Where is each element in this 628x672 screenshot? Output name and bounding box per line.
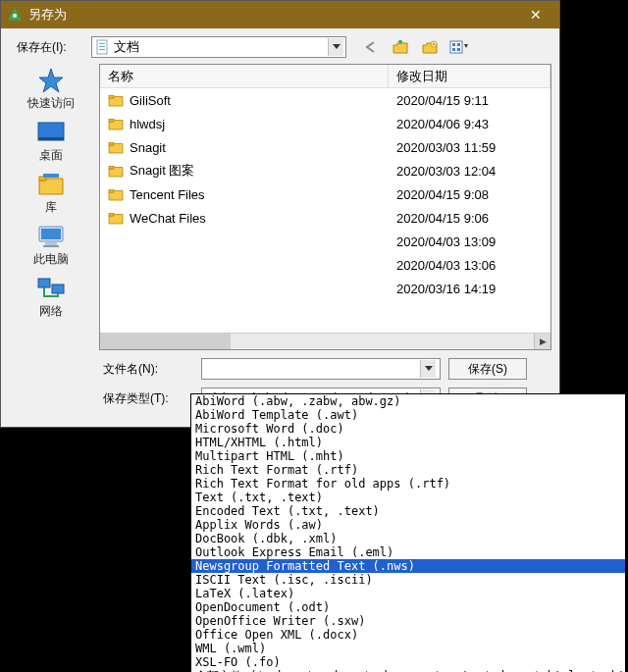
file-date: 2020/04/15 9:11 xyxy=(389,93,550,108)
scroll-thumb[interactable] xyxy=(100,334,231,349)
file-list-pane[interactable]: 名称 修改日期 GiliSoft2020/04/15 9:11hlwdsj202… xyxy=(99,64,551,350)
filetype-option[interactable]: OpenDocument (.odt) xyxy=(191,600,625,614)
folder-icon xyxy=(108,188,124,201)
savein-combo[interactable]: 文档 xyxy=(91,36,346,58)
scroll-right-arrow[interactable]: ▶ xyxy=(534,334,550,349)
filetype-option[interactable]: Rich Text Format (.rtf) xyxy=(191,463,625,477)
filetype-option[interactable]: Rich Text Format for old apps (.rtf) xyxy=(191,477,625,491)
network-icon xyxy=(33,274,69,303)
svg-rect-19 xyxy=(38,279,50,287)
filetype-option[interactable]: HTML/XHTML (.html) xyxy=(191,436,625,449)
svg-rect-8 xyxy=(457,43,460,46)
libraries-icon xyxy=(33,170,69,199)
filetype-option[interactable]: AbiWord Template (.awt) xyxy=(191,408,625,422)
save-as-dialog: 另存为 ✕ 保存在(I): 文档 xyxy=(0,0,560,428)
file-name: Tencent Files xyxy=(130,187,205,202)
svg-rect-18 xyxy=(43,245,59,247)
svg-rect-25 xyxy=(109,189,114,192)
back-button[interactable] xyxy=(360,37,382,57)
table-row[interactable]: 2020/04/03 13:06 xyxy=(100,253,550,277)
table-row[interactable]: hlwdsj2020/04/06 9:43 xyxy=(100,112,550,135)
savein-drop-icon[interactable] xyxy=(328,38,343,56)
svg-rect-23 xyxy=(109,142,114,145)
filetype-option[interactable]: Text (.txt, .text) xyxy=(191,491,625,504)
app-icon xyxy=(7,7,23,23)
place-desktop[interactable]: 桌面 xyxy=(17,118,85,164)
file-date: 2020/03/03 11:59 xyxy=(389,140,550,155)
svg-rect-26 xyxy=(109,213,114,216)
close-button[interactable]: ✕ xyxy=(518,4,553,26)
file-date: 2020/03/03 12:04 xyxy=(389,164,550,179)
svg-rect-3 xyxy=(99,46,105,47)
svg-rect-16 xyxy=(41,229,61,239)
file-date: 2020/04/15 9:08 xyxy=(389,187,550,202)
table-row[interactable]: Snagit2020/03/03 11:59 xyxy=(100,135,550,159)
window-title: 另存为 xyxy=(28,6,518,24)
places-bar: 快速访问 桌面 库 此电脑 网络 xyxy=(9,64,93,350)
column-date[interactable]: 修改日期 xyxy=(389,65,550,87)
file-date: 2020/04/03 13:09 xyxy=(389,234,550,249)
filetype-option[interactable]: Newsgroup Formatted Text (.nws) xyxy=(191,559,625,573)
filetype-option[interactable]: LaTeX (.latex) xyxy=(191,587,625,600)
svg-rect-2 xyxy=(99,43,105,44)
filename-drop-icon[interactable] xyxy=(420,360,436,378)
table-row[interactable]: WeChat Files2020/04/15 9:06 xyxy=(100,206,550,230)
filetype-option[interactable]: OpenOffice Writer (.sxw) xyxy=(191,614,625,628)
place-libraries[interactable]: 库 xyxy=(17,170,85,216)
filetype-option[interactable]: DocBook (.dbk, .xml) xyxy=(191,532,625,545)
filetype-option[interactable]: Encoded Text (.txt, .text) xyxy=(191,504,625,518)
column-name[interactable]: 名称 xyxy=(100,65,389,87)
svg-rect-4 xyxy=(99,49,105,50)
close-icon: ✕ xyxy=(530,7,542,23)
filename-combo[interactable] xyxy=(201,358,441,380)
svg-rect-10 xyxy=(457,48,460,51)
svg-rect-7 xyxy=(452,43,455,46)
file-date: 2020/03/16 14:19 xyxy=(389,282,550,296)
svg-rect-22 xyxy=(109,119,114,122)
column-headers[interactable]: 名称 修改日期 xyxy=(100,65,550,88)
svg-rect-12 xyxy=(38,137,64,140)
svg-rect-6 xyxy=(450,41,462,53)
table-row[interactable]: Snagit 图案2020/03/03 12:04 xyxy=(100,159,550,182)
quick-access-icon xyxy=(33,66,69,95)
file-name: Snagit 图案 xyxy=(130,162,194,180)
this-pc-icon xyxy=(33,222,69,251)
horizontal-scrollbar[interactable]: ▶ xyxy=(100,333,550,349)
table-row[interactable]: Tencent Files2020/04/15 9:08 xyxy=(100,182,550,206)
filetype-option[interactable]: ISCII Text (.isc, .iscii) xyxy=(191,573,625,587)
filetype-option[interactable]: XSL-FO (.fo) xyxy=(191,655,625,669)
place-label: 桌面 xyxy=(39,147,63,164)
file-date: 2020/04/06 9:43 xyxy=(389,117,550,131)
view-menu-button[interactable] xyxy=(448,37,470,57)
file-name: WeChat Files xyxy=(130,211,206,226)
documents-icon xyxy=(94,39,110,55)
filetype-option[interactable]: WML (.wml) xyxy=(191,642,625,655)
new-folder-button[interactable] xyxy=(419,37,441,57)
filetype-option[interactable]: AbiWord (.abw, .zabw, abw.gz) xyxy=(191,394,625,408)
filename-label: 文件名(N): xyxy=(103,361,193,378)
filetype-option[interactable]: Applix Words (.aw) xyxy=(191,518,625,532)
place-this-pc[interactable]: 此电脑 xyxy=(17,222,85,268)
filetype-option[interactable]: Outlook Express Email (.eml) xyxy=(191,545,625,559)
savein-value: 文档 xyxy=(114,38,328,56)
save-button[interactable]: 保存(S) xyxy=(448,358,527,380)
filetype-option[interactable]: Multipart HTML (.mht) xyxy=(191,449,625,463)
folder-icon xyxy=(108,118,124,130)
place-quick-access[interactable]: 快速访问 xyxy=(17,66,85,112)
filetype-option[interactable]: Office Open XML (.docx) xyxy=(191,628,625,642)
table-row[interactable]: 2020/03/16 14:19 xyxy=(100,277,550,300)
title-bar[interactable]: 另存为 ✕ xyxy=(1,1,559,28)
desktop-icon xyxy=(33,118,69,147)
place-network[interactable]: 网络 xyxy=(17,274,85,320)
place-label: 此电脑 xyxy=(33,251,69,268)
table-row[interactable]: 2020/04/03 13:09 xyxy=(100,230,550,253)
table-row[interactable]: GiliSoft2020/04/15 9:11 xyxy=(100,88,550,112)
filetype-dropdown[interactable]: AbiWord (.abw, .zabw, abw.gz)AbiWord Tem… xyxy=(190,393,626,672)
file-date: 2020/04/15 9:06 xyxy=(389,211,550,226)
nav-icons xyxy=(360,37,470,57)
place-label: 库 xyxy=(45,199,57,216)
filetype-option[interactable]: Microsoft Word (.doc) xyxy=(191,422,625,436)
svg-rect-9 xyxy=(452,48,455,51)
file-list[interactable]: GiliSoft2020/04/15 9:11hlwdsj2020/04/06 … xyxy=(100,88,550,333)
up-one-level-button[interactable] xyxy=(390,37,411,57)
